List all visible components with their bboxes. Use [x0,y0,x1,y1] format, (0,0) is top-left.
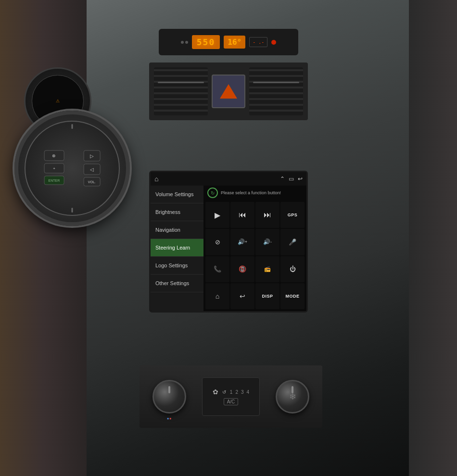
chevron-up-icon: ⌃ [280,175,285,182]
fan-speed-indicators: 1 2 3 4 [230,389,249,395]
defrost-icon: ❄ [289,391,296,402]
vent-area [149,63,308,120]
climate-dots [181,41,188,44]
fan-icon: ✿ [213,388,218,396]
climate-display: 550 16° - .- [159,29,298,55]
volume-up-button[interactable]: 🔊+ [230,229,254,255]
play-button[interactable]: ▶ [205,202,229,228]
bottom-control-panel: ●● ✿ ↺ 1 2 3 4 A/C ❄ [140,365,322,428]
menu-item-brightness[interactable]: Brightness [151,203,203,221]
right-interior-panel [409,0,457,476]
volume-down-button[interactable]: 🔊- [255,229,279,255]
menu-item-steering-learn[interactable]: Steering Learn [151,239,203,257]
microphone-button[interactable]: 🎤 [280,229,305,255]
menu-item-volume-settings[interactable]: Volume Settings [151,186,203,203]
status-bar: ⌂ ⌃ ▭ ↩ [151,172,306,186]
menu-item-navigation[interactable]: Navigation [151,221,203,239]
gps-button[interactable]: GPS [280,202,305,228]
right-content-area: ↻ Please select a function button! ▶ ⏮ ⏭… [203,186,306,311]
home-button[interactable]: ⌂ [205,283,229,309]
menu-item-other-settings[interactable]: Other Settings [151,275,203,292]
fan-2: 2 [235,389,238,395]
mute-steer-btn[interactable]: ⊗ [44,150,64,161]
climate-extra-display: - .- [249,37,267,47]
fan-1: 1 [230,389,233,395]
steering-wheel-zoom: ⊗ + ENTER ▷ ◁ VOL. [14,111,130,226]
climate-indicator-dot [271,40,276,45]
mode-button[interactable]: MODE [280,283,305,309]
left-menu: Volume Settings Brightness Navigation St… [151,186,203,311]
back-steer-btn[interactable]: ◁ [83,163,100,175]
screen-content: Volume Settings Brightness Navigation St… [151,186,306,311]
end-call-button[interactable]: 📵 [230,256,254,282]
right-control-knob[interactable]: ❄ [276,380,309,413]
steering-control-buttons: ⊗ + ENTER ▷ ◁ VOL. [44,150,101,186]
vol-label-btn[interactable]: VOL. [83,177,100,186]
steering-wheel-inner: ⊗ + ENTER ▷ ◁ VOL. [25,121,119,215]
hazard-button[interactable] [212,75,245,108]
climate-screen-value: 550 [192,35,220,49]
top-spoke [71,124,73,129]
window-icon: ▭ [289,175,294,182]
left-vent-grille [154,67,208,115]
fan-3: 3 [241,389,244,395]
ac-top-icons: ✿ ↺ 1 2 3 4 [213,388,249,396]
power-button[interactable]: ⏻ [280,256,305,282]
head-unit-screen: ⌂ ⌃ ▭ ↩ Volume Settings Brightness Navig… [149,171,308,313]
ac-label[interactable]: A/C [224,398,239,405]
right-vent-grille [249,67,303,115]
bottom-spoke [71,208,73,213]
function-prompt: Please select a function button! [221,190,281,195]
home-icon[interactable]: ⌂ [154,175,158,183]
right-knob-group: ❄ [276,380,309,413]
mute-button[interactable]: ⊘ [205,229,229,255]
right-button-group: ▷ ◁ VOL. [83,150,100,186]
function-header: ↻ Please select a function button! [203,186,306,200]
disp-button[interactable]: DISP [255,283,279,309]
left-button-group: ⊗ + ENTER [44,150,64,186]
enter-steer-btn[interactable]: ENTER [44,175,64,185]
left-knob-group: ●● [152,380,186,413]
play-steer-btn[interactable]: ▷ [83,150,100,161]
prev-track-button[interactable]: ⏮ [230,202,254,228]
left-knob-label: ●● [167,416,172,421]
left-control-knob[interactable]: ●● [152,380,186,413]
function-grid: ▶ ⏮ ⏭ GPS ⊘ 🔊+ 🔊- 🎤 📞 📵 📻 ⏻ ⌂ ↩ DISP MOD… [203,200,306,311]
refresh-icon[interactable]: ↻ [207,188,218,198]
next-track-button[interactable]: ⏭ [255,202,279,228]
recirculate-icon: ↺ [222,389,226,395]
radio-button[interactable]: 📻 [255,256,279,282]
status-right-icons: ⌃ ▭ ↩ [280,175,303,182]
back-icon[interactable]: ↩ [298,175,303,182]
fan-4: 4 [247,389,250,395]
climate-temp-value: 16° [224,36,245,49]
hazard-triangle-icon [220,84,237,99]
ac-control-panel: ✿ ↺ 1 2 3 4 A/C [202,377,260,416]
vol-plus-steer-btn[interactable]: + [44,163,64,173]
back-nav-button[interactable]: ↩ [230,283,254,309]
menu-item-logo-settings[interactable]: Logo Settings [151,257,203,275]
phone-call-button[interactable]: 📞 [205,256,229,282]
